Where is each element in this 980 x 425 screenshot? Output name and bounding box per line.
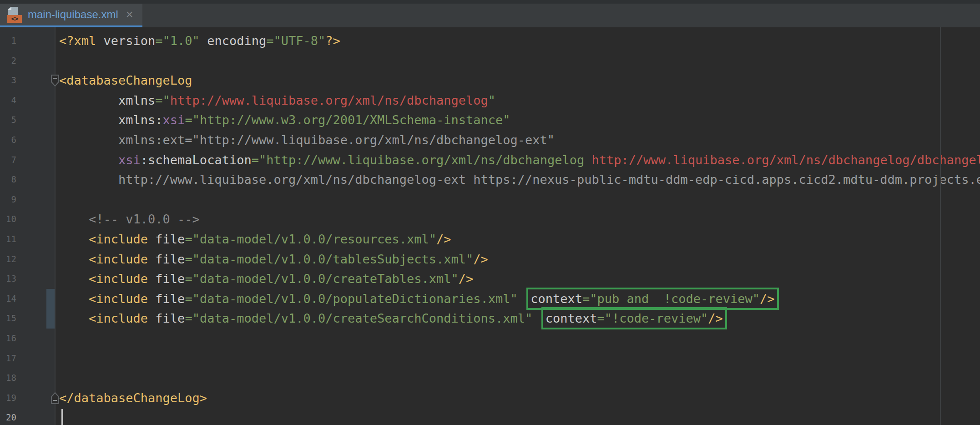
code-line[interactable]: </databaseChangeLog> xyxy=(59,388,980,408)
code-token: ="data-model/v1.0.0/tablesSubjects.xml" xyxy=(185,252,473,266)
line-number[interactable]: 20 xyxy=(0,408,16,425)
code-line[interactable]: <include file="data-model/v1.0.0/createS… xyxy=(59,309,980,329)
code-token: file xyxy=(155,272,185,286)
code-line[interactable] xyxy=(59,349,980,369)
code-token: /> xyxy=(436,232,451,246)
line-number[interactable]: 15 xyxy=(0,309,16,329)
code-token: ?> xyxy=(325,34,340,48)
code-token: xsi xyxy=(118,153,141,167)
xml-file-icon: <> xyxy=(7,6,22,23)
code-token: ="http://www.w3.org/2001/XMLSchema-insta… xyxy=(185,113,510,127)
code-token: context xyxy=(530,292,582,306)
code-token: <!-- v1.0.0 --> xyxy=(89,212,200,226)
code-line[interactable] xyxy=(59,368,980,388)
code-token: ="data-model/v1.0.0/resources.xml" xyxy=(185,232,436,246)
code-line[interactable]: xmlns:xsi="http://www.w3.org/2001/XMLSch… xyxy=(59,110,980,130)
tab-title: main-liquibase.xml xyxy=(28,8,118,21)
code-token: file xyxy=(155,252,185,266)
code-lines: <?xml version="1.0" encoding="UTF-8"?><d… xyxy=(59,31,980,425)
code-line[interactable] xyxy=(59,329,980,349)
code-token: </databaseChangeLog> xyxy=(59,391,207,405)
code-line[interactable] xyxy=(59,51,980,71)
line-number[interactable]: 3 xyxy=(0,71,16,91)
line-number[interactable]: 11 xyxy=(0,229,16,249)
code-line[interactable]: <?xml version="1.0" encoding="UTF-8"?> xyxy=(59,31,980,51)
line-number[interactable]: 2 xyxy=(0,51,16,71)
code-token: http://www.liquibase.org/xml/ns/dbchange… xyxy=(591,153,980,167)
fold-marker-up-icon[interactable] xyxy=(51,392,59,404)
code-line[interactable]: xsi:schemaLocation="http://www.liquibase… xyxy=(59,150,980,170)
line-number[interactable]: 13 xyxy=(0,269,16,289)
line-number[interactable]: 1 xyxy=(0,31,16,51)
tab-main-liquibase[interactable]: <> main-liquibase.xml × xyxy=(0,4,142,27)
code-line[interactable] xyxy=(59,190,980,210)
line-number[interactable]: 14 xyxy=(0,289,16,309)
text-cursor xyxy=(61,409,63,425)
line-number[interactable]: 5 xyxy=(0,110,16,130)
fold-marker-down-icon[interactable] xyxy=(51,75,59,86)
line-number[interactable]: 8 xyxy=(0,170,16,190)
code-token: " xyxy=(488,93,495,107)
file-page-shape xyxy=(8,7,18,15)
code-token: xmlns: xyxy=(118,113,163,127)
context-highlight-box: context="!code-review"/> xyxy=(546,311,723,325)
line-number[interactable]: 7 xyxy=(0,150,16,170)
code-line[interactable]: xmlns:ext="http://www.liquibase.org/xml/… xyxy=(59,130,980,150)
code-token: <include xyxy=(89,292,155,306)
line-number[interactable]: 4 xyxy=(0,91,16,111)
code-token: file xyxy=(155,232,185,246)
code-token: http://www.liquibase.org/xml/ns/dbchange… xyxy=(170,93,488,107)
ide-window: <> main-liquibase.xml × 1234567891011121… xyxy=(0,0,980,425)
code-token: context xyxy=(546,311,597,325)
code-token: <include xyxy=(89,311,155,325)
code-token: ="UTF-8" xyxy=(266,34,325,48)
code-token: xmlns xyxy=(118,93,155,107)
code-line[interactable]: <include file="data-model/v1.0.0/resourc… xyxy=(59,229,980,249)
line-number[interactable]: 12 xyxy=(0,249,16,269)
editor-tab-bar: <> main-liquibase.xml × xyxy=(0,0,980,27)
code-token: =" xyxy=(155,93,170,107)
code-token: version xyxy=(104,34,156,48)
code-line[interactable]: xmlns="http://www.liquibase.org/xml/ns/d… xyxy=(59,91,980,111)
code-line[interactable]: <include file="data-model/v1.0.0/createT… xyxy=(59,269,980,289)
line-number[interactable]: 10 xyxy=(0,209,16,229)
code-token: file xyxy=(155,292,185,306)
code-token: /> xyxy=(459,272,474,286)
code-token: ="data-model/v1.0.0/createSearchConditio… xyxy=(185,311,540,325)
editor: 1234567891011121314151617181920 <?xml ve… xyxy=(0,27,980,425)
code-token: encoding xyxy=(207,34,266,48)
line-number[interactable]: 16 xyxy=(0,329,16,349)
code-line[interactable] xyxy=(59,408,980,425)
line-number[interactable]: 6 xyxy=(0,130,16,150)
code-token: ="pub and !code-review" xyxy=(582,292,760,306)
code-line[interactable]: <include file="data-model/v1.0.0/tablesS… xyxy=(59,249,980,269)
line-number[interactable]: 17 xyxy=(0,349,16,369)
gutter[interactable]: 1234567891011121314151617181920 xyxy=(0,27,56,425)
line-number[interactable]: 19 xyxy=(0,388,16,408)
code-line[interactable]: <include file="data-model/v1.0.0/populat… xyxy=(59,289,980,309)
code-token: <include xyxy=(89,252,155,266)
gutter-line-numbers[interactable]: 1234567891011121314151617181920 xyxy=(0,31,16,425)
context-highlight-box: context="pub and !code-review"/> xyxy=(530,292,774,306)
code-token: <databaseChangeLog xyxy=(59,73,192,87)
xml-icon-glyph: <> xyxy=(7,15,22,23)
code-line[interactable]: http://www.liquibase.org/xml/ns/dbchange… xyxy=(59,170,980,190)
code-token: xmlns:ext="http://www.liquibase.org/xml/… xyxy=(118,133,555,147)
code-token: ="data-model/v1.0.0/populateDictionaries… xyxy=(185,292,525,306)
close-icon[interactable]: × xyxy=(126,9,133,21)
line-number[interactable]: 9 xyxy=(0,190,16,210)
code-token: ="1.0" xyxy=(155,34,207,48)
code-token: /> xyxy=(760,292,775,306)
code-token: :schemaLocation xyxy=(141,153,252,167)
code-token: <include xyxy=(89,272,155,286)
code-token: ="!code-review" xyxy=(597,311,708,325)
code-token: http://www.liquibase.org/xml/ns/dbchange… xyxy=(118,172,980,187)
code-line[interactable]: <!-- v1.0.0 --> xyxy=(59,209,980,229)
code-token: ="data-model/v1.0.0/createTables.xml" xyxy=(185,272,458,286)
line-number[interactable]: 18 xyxy=(0,368,16,388)
code-token: /> xyxy=(708,311,723,325)
gutter-change-marker xyxy=(46,289,55,329)
code-token: ="http://www.liquibase.org/xml/ns/dbchan… xyxy=(252,153,592,167)
code-line[interactable]: <databaseChangeLog xyxy=(59,71,980,91)
code-area[interactable]: <?xml version="1.0" encoding="UTF-8"?><d… xyxy=(56,27,980,425)
